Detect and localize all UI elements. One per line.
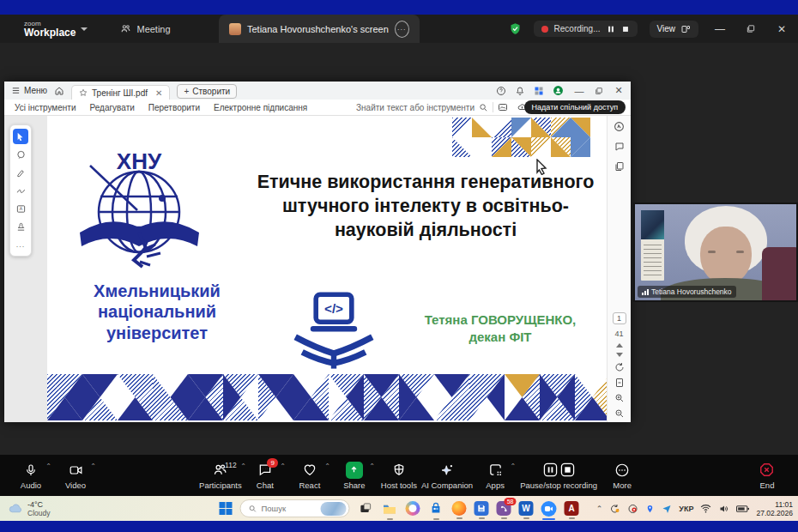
audio-button[interactable]: ⌃ Audio bbox=[9, 455, 53, 496]
acrobat-close-button[interactable]: ✕ bbox=[612, 85, 626, 96]
help-icon[interactable] bbox=[496, 86, 506, 96]
microphone-icon bbox=[24, 462, 38, 478]
recording-dot-icon bbox=[541, 26, 548, 33]
participants-button[interactable]: 112 ⌃ Participants bbox=[198, 455, 243, 496]
battery-icon[interactable] bbox=[736, 505, 749, 513]
copilot-icon[interactable] bbox=[406, 501, 420, 516]
acrobat-restore-button[interactable] bbox=[595, 87, 603, 95]
participant-video-tile[interactable]: Tetiana Hovorushchenko bbox=[633, 203, 798, 302]
highlight-tool-button[interactable] bbox=[13, 165, 28, 180]
speaker-icon[interactable] bbox=[718, 504, 729, 514]
text-box-tool-button[interactable]: A bbox=[13, 201, 28, 216]
pages-panel-icon[interactable] bbox=[614, 161, 625, 172]
more-tools-button[interactable]: ... bbox=[13, 237, 28, 252]
previous-page-icon[interactable] bbox=[616, 343, 623, 348]
acrobat-document-area: ХНУ bbox=[4, 116, 631, 422]
tab-options-icon[interactable]: ... bbox=[395, 21, 409, 38]
end-button[interactable]: End bbox=[745, 455, 789, 496]
page-number-input[interactable]: 1 bbox=[613, 312, 626, 324]
view-button[interactable]: View bbox=[650, 21, 699, 38]
zoom-app-icon[interactable] bbox=[541, 501, 557, 517]
save-app-icon[interactable] bbox=[475, 501, 489, 516]
firefox-icon[interactable] bbox=[452, 501, 467, 516]
clock[interactable]: 11:01 27.02.2026 bbox=[756, 500, 793, 517]
background-calendar bbox=[641, 210, 664, 281]
sync-tray-icon[interactable] bbox=[609, 504, 620, 514]
comment-tool-button[interactable] bbox=[13, 147, 28, 162]
restore-button[interactable] bbox=[741, 24, 760, 33]
taskbar-search[interactable]: Пошук bbox=[240, 499, 350, 517]
close-document-icon[interactable]: ✕ bbox=[155, 88, 162, 98]
tab-shared-screen[interactable]: Tetiana Hovorushchenko's screen ... bbox=[219, 15, 420, 43]
windows-taskbar: -4°C Cloudy Пошук 58 W A ⌃ bbox=[0, 496, 798, 521]
windows-start-button[interactable] bbox=[220, 502, 233, 515]
desktop-wallpaper-strip bbox=[0, 521, 798, 532]
search-daily-image[interactable] bbox=[321, 502, 347, 516]
host-tools-button[interactable]: Host tools bbox=[377, 455, 421, 496]
tab-meeting[interactable]: Meeting bbox=[120, 23, 170, 34]
apps-button[interactable]: ⌃ Apps bbox=[473, 455, 517, 496]
acrobat-menu-button[interactable]: Меню bbox=[11, 86, 47, 95]
draw-tool-button[interactable] bbox=[13, 183, 28, 198]
chevron-down-icon[interactable] bbox=[81, 27, 88, 31]
ai-companion-button[interactable]: AI Companion bbox=[421, 455, 473, 496]
acrobat-share-button[interactable]: Надати спільний доступ bbox=[524, 100, 626, 114]
word-icon[interactable]: W bbox=[519, 501, 534, 516]
apps-icon bbox=[488, 462, 503, 477]
stop-button-icon[interactable] bbox=[560, 462, 575, 477]
language-indicator[interactable]: УКР bbox=[679, 505, 693, 513]
file-explorer-icon[interactable] bbox=[382, 500, 398, 517]
pause-stop-recording-button[interactable]: Pause/stop recording bbox=[517, 455, 600, 496]
viber-badge: 58 bbox=[505, 498, 517, 505]
wifi-icon[interactable] bbox=[700, 504, 711, 513]
video-button[interactable]: ⌃ Video bbox=[53, 455, 98, 496]
fit-page-icon[interactable] bbox=[614, 378, 625, 388]
stamp-tool-button[interactable] bbox=[13, 219, 28, 234]
location-tray-icon[interactable] bbox=[645, 504, 655, 514]
export-image-icon[interactable] bbox=[498, 102, 508, 112]
pause-recording-icon[interactable] bbox=[607, 25, 615, 33]
recording-indicator: Recording... bbox=[534, 21, 638, 37]
chat-button[interactable]: 9 ⌃ Chat bbox=[243, 455, 287, 496]
viber-icon[interactable]: 58 bbox=[497, 501, 511, 516]
weather-widget[interactable]: -4°C Cloudy bbox=[9, 500, 50, 517]
next-page-icon[interactable] bbox=[616, 353, 623, 357]
share-button[interactable]: ⌃ Share bbox=[332, 455, 377, 496]
stop-recording-icon[interactable] bbox=[621, 25, 630, 33]
zoom-in-icon[interactable] bbox=[614, 393, 625, 403]
more-button[interactable]: More bbox=[600, 455, 644, 496]
react-button[interactable]: ⌃ React bbox=[287, 455, 332, 496]
pause-button-icon[interactable] bbox=[543, 462, 558, 477]
home-icon[interactable] bbox=[54, 86, 64, 96]
security-shield-icon[interactable] bbox=[509, 22, 522, 35]
minimize-button[interactable]: — bbox=[710, 23, 729, 35]
select-tool-button[interactable] bbox=[13, 129, 28, 144]
ai-assistant-icon[interactable] bbox=[614, 121, 625, 132]
close-button[interactable]: ✕ bbox=[772, 23, 791, 35]
zoom-out-icon[interactable] bbox=[614, 408, 625, 419]
apps-grid-icon[interactable] bbox=[534, 86, 544, 96]
star-icon[interactable] bbox=[79, 88, 88, 97]
toolbar-convert[interactable]: Перетворити bbox=[148, 103, 200, 112]
more-icon bbox=[614, 462, 630, 478]
create-button[interactable]: + Створити bbox=[177, 84, 237, 99]
task-view-button[interactable] bbox=[358, 500, 374, 517]
rotate-page-icon[interactable] bbox=[614, 362, 625, 372]
microsoft-store-icon[interactable] bbox=[428, 500, 444, 517]
send-tray-icon[interactable] bbox=[662, 504, 672, 514]
zoom-workplace-logo[interactable]: zoom Workplace bbox=[24, 21, 88, 38]
search-field[interactable]: Знайти текст або інструменти bbox=[356, 102, 493, 112]
toolbar-all-tools[interactable]: Усі інструменти bbox=[15, 103, 76, 112]
recording-tray-icon[interactable] bbox=[627, 504, 638, 514]
acrobat-app-icon[interactable]: A bbox=[565, 501, 579, 516]
zoom-toolbar: ⌃ Audio ⌃ Video 112 ⌃ Participants 9 ⌃ C… bbox=[0, 455, 798, 496]
toolbar-edit[interactable]: Редагувати bbox=[89, 103, 134, 112]
account-avatar-icon[interactable] bbox=[553, 85, 564, 96]
slide-author: Тетяна ГОВОРУЩЕНКО, декан ФІТ bbox=[396, 311, 605, 345]
acrobat-minimize-button[interactable]: — bbox=[572, 86, 586, 96]
comments-panel-icon[interactable] bbox=[614, 142, 625, 152]
bell-icon[interactable] bbox=[515, 86, 525, 96]
toolbar-esign[interactable]: Електронне підписання bbox=[214, 103, 307, 112]
tray-expand-icon[interactable]: ⌃ bbox=[596, 505, 603, 513]
acrobat-document-tab[interactable]: Тренінг ШІ.pdf ✕ bbox=[71, 85, 170, 100]
